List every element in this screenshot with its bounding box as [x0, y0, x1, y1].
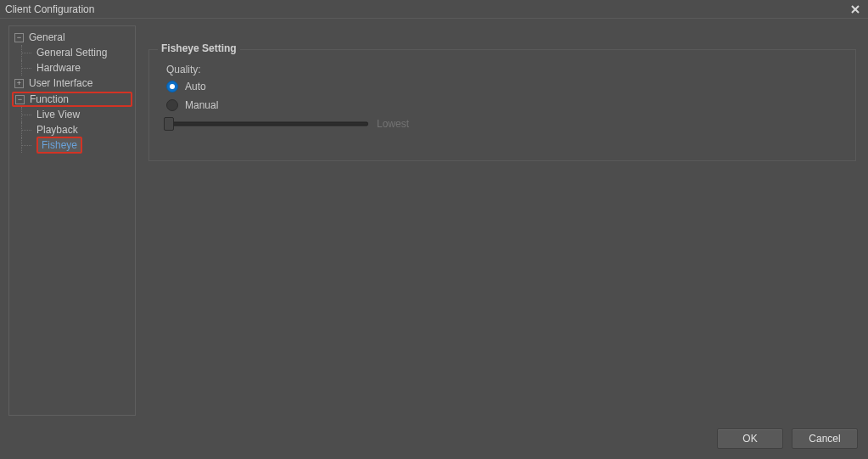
panel-title: Fisheye Setting	[158, 42, 240, 54]
radio-icon-unchecked	[166, 99, 178, 111]
tree-item-function[interactable]: − Function	[12, 92, 132, 107]
tree-item-live-view[interactable]: Live View	[11, 107, 133, 122]
quality-slider[interactable]	[166, 118, 368, 130]
ok-button[interactable]: OK	[717, 428, 783, 449]
minus-icon[interactable]: −	[15, 95, 25, 104]
tree-item-hardware[interactable]: Hardware	[11, 60, 133, 76]
cancel-button[interactable]: Cancel	[792, 428, 858, 449]
tree-item-fisheye[interactable]: Fisheye	[11, 137, 133, 153]
radio-label: Manual	[185, 99, 218, 111]
nav-tree: − General General Setting Hardware + Use…	[8, 25, 136, 416]
tree-item-label: Hardware	[36, 62, 81, 74]
window-title: Client Configuration	[5, 3, 94, 15]
radio-label: Auto	[185, 81, 206, 92]
radio-manual[interactable]: Manual	[166, 99, 843, 111]
fisheye-setting-panel: Fisheye Setting Quality: Auto Manual Low…	[148, 49, 856, 161]
slider-value-label: Lowest	[377, 118, 409, 130]
close-icon	[851, 5, 860, 14]
tree-item-label: General Setting	[36, 47, 107, 59]
tree-item-label: General	[29, 31, 65, 43]
tree-item-label-selected: Fisheye	[36, 137, 82, 154]
radio-auto[interactable]: Auto	[166, 81, 843, 92]
tree-item-user-interface[interactable]: + User Interface	[11, 76, 133, 91]
minus-icon[interactable]: −	[14, 33, 24, 42]
close-button[interactable]	[848, 2, 863, 17]
tree-item-general[interactable]: − General	[11, 30, 133, 45]
tree-item-label: Playback	[36, 124, 78, 136]
quality-label: Quality:	[166, 64, 843, 76]
dialog-body: − General General Setting Hardware + Use…	[0, 19, 868, 459]
slider-thumb[interactable]	[164, 117, 174, 131]
tree-item-playback[interactable]: Playback	[11, 122, 133, 137]
dialog-footer: OK Cancel	[717, 428, 858, 449]
tree-item-label: User Interface	[29, 77, 92, 89]
tree-item-label: Function	[30, 93, 69, 105]
slider-track	[166, 122, 368, 126]
radio-icon-checked	[166, 81, 178, 92]
title-bar: Client Configuration	[0, 0, 868, 19]
tree-item-general-setting[interactable]: General Setting	[11, 45, 133, 60]
plus-icon[interactable]: +	[14, 79, 24, 88]
tree-item-label: Live View	[36, 109, 80, 120]
